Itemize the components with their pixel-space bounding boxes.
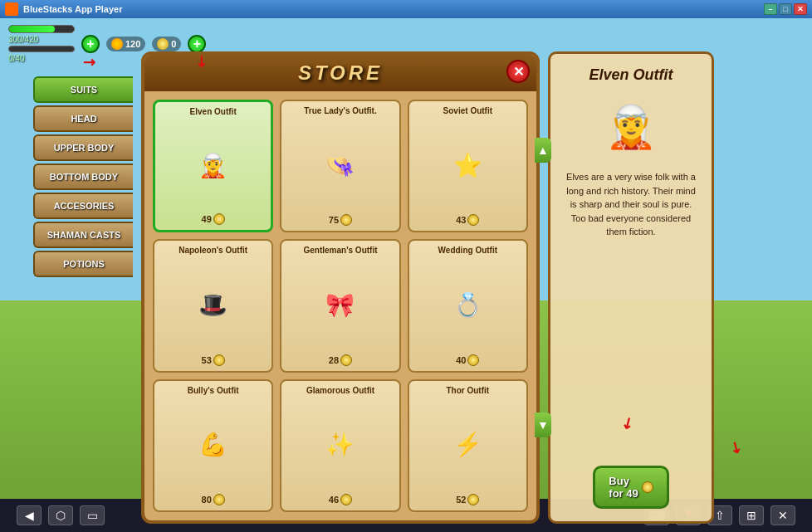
item-gentleman[interactable]: Gentleman's Outfit 🎀 28 <box>280 239 400 372</box>
store-overlay: SUITS HEAD UPPER BODY BOTTOM BODY ACCESO… <box>133 43 812 532</box>
item-glamorous[interactable]: Glamorous Outfit ✨ 46 <box>280 379 400 512</box>
cat-upper-body-button[interactable]: UPPER BODY <box>33 134 133 161</box>
item-napoleon-icon: 🎩 <box>193 286 234 324</box>
scroll-down-button[interactable]: ▼ <box>535 412 551 437</box>
store-title: STORE <box>151 61 530 85</box>
title-bar: BlueStacks App Player – □ ✕ <box>0 0 812 18</box>
item-napoleon-name: Napoleon's Outfit <box>179 246 247 256</box>
item-soviet[interactable]: Soviet Outfit ⭐ 43 <box>408 100 528 232</box>
home-button[interactable]: ⬡ <box>48 505 73 525</box>
coin-icon <box>340 214 352 226</box>
item-soviet-icon: ⭐ <box>447 147 488 184</box>
store-panel: STORE ✕ Elven Outfit 🧝 49 True Lady's Ou… <box>141 51 540 524</box>
window-close-button[interactable]: ✕ <box>794 3 807 15</box>
back-button[interactable]: ◀ <box>17 505 42 525</box>
detail-description: Elves are a very wise folk with a long a… <box>563 170 699 453</box>
item-truelady-price: 75 <box>329 214 352 226</box>
buy-button[interactable]: Buyfor 49 <box>593 466 668 509</box>
item-gentleman-price: 28 <box>329 354 352 366</box>
detail-panel: Elven Outfit 🧝 Elves are a very wise fol… <box>548 51 714 524</box>
item-elven[interactable]: Elven Outfit 🧝 49 <box>153 100 273 232</box>
health-value: 300/420 <box>8 35 75 44</box>
item-gentleman-icon: 🎀 <box>320 286 361 324</box>
recent-button[interactable]: ▭ <box>80 505 105 525</box>
store-close-button[interactable]: ✕ <box>506 60 530 83</box>
item-thor-price: 52 <box>456 494 479 505</box>
coin-icon <box>213 213 225 225</box>
health-plus-button[interactable]: + <box>81 35 100 53</box>
health-bar <box>8 25 75 33</box>
item-gentleman-name: Gentleman's Outfit <box>303 246 377 256</box>
item-napoleon[interactable]: Napoleon's Outfit 🎩 53 <box>153 239 273 372</box>
cat-potions-button[interactable]: POTIONS <box>33 251 133 277</box>
item-truelady-icon: 👒 <box>320 147 361 184</box>
items-grid: Elven Outfit 🧝 49 True Lady's Outfit. 👒 … <box>144 91 536 520</box>
exp-bar <box>8 46 75 52</box>
item-elven-name: Elven Outfit <box>190 107 237 117</box>
coin-icon <box>213 494 225 505</box>
item-bully[interactable]: Bully's Outfit 💪 80 <box>153 379 273 512</box>
item-glamorous-price: 46 <box>329 494 352 505</box>
item-napoleon-price: 53 <box>202 354 225 366</box>
item-thor[interactable]: Thor Outfit ⚡ 52 <box>408 379 528 512</box>
cat-suits-button[interactable]: SUITS <box>33 76 133 103</box>
maximize-button[interactable]: □ <box>779 3 792 15</box>
coin-icon <box>467 214 479 226</box>
coin-icon <box>467 354 479 366</box>
app-icon <box>5 2 18 16</box>
item-bully-name: Bully's Outfit <box>188 386 239 396</box>
item-soviet-name: Soviet Outfit <box>443 106 492 116</box>
stat-bars: 300/420 0/40 <box>8 25 75 63</box>
buy-label: Buyfor 49 <box>609 475 638 500</box>
cat-shaman-casts-button[interactable]: SHAMAN CASTS <box>33 222 133 248</box>
cat-bottom-body-button[interactable]: BOTTOM BODY <box>33 164 133 190</box>
detail-image: 🧝 <box>598 94 664 160</box>
item-wedding[interactable]: Wedding Outfit 💍 40 <box>408 239 528 372</box>
app-title: BlueStacks App Player <box>23 4 764 14</box>
coin-icon <box>467 494 479 505</box>
buy-coin-icon <box>642 481 653 493</box>
coin-icon <box>340 354 352 366</box>
item-wedding-icon: 💍 <box>447 286 488 324</box>
item-wedding-name: Wedding Outfit <box>438 246 497 256</box>
item-elven-icon: 🧝 <box>193 147 234 184</box>
scroll-up-button[interactable]: ▲ <box>535 138 551 163</box>
game-area: 300/420 0/40 + 120 0 + SUITS HEAD UPPER … <box>0 18 812 532</box>
coin-icon <box>213 354 225 366</box>
item-bully-price: 80 <box>202 494 225 505</box>
item-truelady[interactable]: True Lady's Outfit. 👒 75 <box>280 100 400 232</box>
item-thor-icon: ⚡ <box>447 426 488 463</box>
store-title-banner: STORE ✕ <box>144 55 536 91</box>
exp-value: 0/40 <box>8 54 75 63</box>
item-bully-icon: 💪 <box>193 426 234 463</box>
cat-accessories-button[interactable]: ACCESORIES <box>33 193 133 219</box>
minimize-button[interactable]: – <box>764 3 777 15</box>
taskbar-left: ◀ ⬡ ▭ <box>17 505 105 525</box>
category-nav: SUITS HEAD UPPER BODY BOTTOM BODY ACCESO… <box>33 76 133 277</box>
item-truelady-name: True Lady's Outfit. <box>304 106 376 116</box>
coin-icon <box>340 494 352 505</box>
cat-head-button[interactable]: HEAD <box>33 105 133 132</box>
item-thor-name: Thor Outfit <box>446 386 489 396</box>
item-wedding-price: 40 <box>456 354 479 366</box>
detail-title: Elven Outfit <box>589 66 673 84</box>
window-controls: – □ ✕ <box>764 3 807 15</box>
item-elven-price: 49 <box>202 213 225 225</box>
item-glamorous-icon: ✨ <box>320 426 361 463</box>
item-glamorous-name: Glamorous Outfit <box>306 386 374 396</box>
crown-icon <box>111 38 123 50</box>
health-fill <box>9 26 55 32</box>
item-soviet-price: 43 <box>456 214 479 226</box>
